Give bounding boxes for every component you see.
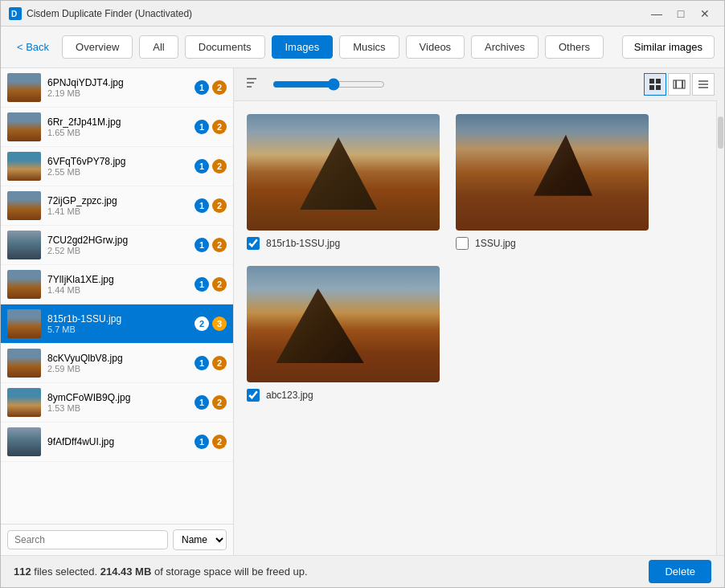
file-thumbnail xyxy=(7,152,41,181)
badge-count2: 2 xyxy=(212,159,227,174)
file-thumbnail xyxy=(7,73,41,102)
grid-icon xyxy=(649,78,662,91)
file-badges: 2 3 xyxy=(195,316,227,331)
file-info: 72ijGP_zpzc.jpg 1.41 MB xyxy=(47,195,188,216)
tab-videos[interactable]: Videos xyxy=(406,35,465,59)
size-slider[interactable] xyxy=(272,78,385,91)
file-info: 8ymCFoWIB9Q.jpg 1.53 MB xyxy=(47,392,188,413)
app-icon: D xyxy=(9,7,22,20)
file-list: 6PNJqiYDJT4.jpg 2.19 MB 1 2 6Rr_2fJp41M.… xyxy=(1,68,233,524)
image-grid: 815r1b-1SSU.jpg 1SSU.jpg xyxy=(234,101,724,555)
image-row: 815r1b-1SSU.jpg 1SSU.jpg xyxy=(247,114,711,250)
view-filmstrip-button[interactable] xyxy=(668,73,690,96)
tab-musics[interactable]: Musics xyxy=(339,35,399,59)
badge-count1: 1 xyxy=(195,356,209,370)
file-badges: 1 2 xyxy=(195,277,227,292)
file-name: 8ymCFoWIB9Q.jpg xyxy=(47,392,188,403)
image-card: 815r1b-1SSU.jpg xyxy=(247,114,440,250)
image-checkbox[interactable] xyxy=(456,237,469,250)
list-item[interactable]: 72ijGP_zpzc.jpg 1.41 MB 1 2 xyxy=(1,186,233,226)
filmstrip-icon xyxy=(673,78,686,91)
delete-button[interactable]: Delete xyxy=(649,560,711,583)
minimize-button[interactable]: — xyxy=(645,2,668,25)
file-name: 7CU2gd2HGrw.jpg xyxy=(47,235,188,246)
file-badges: 1 2 xyxy=(195,80,227,95)
right-panel: 815r1b-1SSU.jpg 1SSU.jpg xyxy=(234,68,724,555)
badge-count1: 1 xyxy=(195,120,209,134)
similar-images-button[interactable]: Similar images xyxy=(622,35,715,59)
file-thumbnail xyxy=(7,112,41,141)
list-item-selected[interactable]: 815r1b-1SSU.jpg 5.7 MB 2 3 xyxy=(1,304,233,344)
badge-count1: 2 xyxy=(195,316,209,331)
list-item[interactable]: 6VFqT6vPY78.jpg 2.55 MB 1 2 xyxy=(1,147,233,186)
app-title: Cisdem Duplicate Finder (Unactivated) xyxy=(27,8,192,19)
file-info: 6Rr_2fJp41M.jpg 1.65 MB xyxy=(47,116,188,137)
file-thumbnail xyxy=(7,270,41,299)
svg-rect-5 xyxy=(649,79,654,84)
title-bar: D Cisdem Duplicate Finder (Unactivated) … xyxy=(1,1,724,27)
checkbox-row: 815r1b-1SSU.jpg xyxy=(247,237,340,250)
tab-archives[interactable]: Archives xyxy=(471,35,539,59)
file-name: 8cKVyuQlbV8.jpg xyxy=(47,353,188,364)
tab-overview[interactable]: Overview xyxy=(62,35,133,59)
list-item[interactable]: 8cKVyuQlbV8.jpg 2.59 MB 1 2 xyxy=(1,344,233,383)
file-size: 1.44 MB xyxy=(47,285,188,295)
list-item[interactable]: 8ymCFoWIB9Q.jpg 1.53 MB 1 2 xyxy=(1,383,233,423)
list-item[interactable]: 6PNJqiYDJT4.jpg 2.19 MB 1 2 xyxy=(1,68,233,108)
svg-rect-6 xyxy=(656,79,661,84)
tab-images[interactable]: Images xyxy=(272,35,334,59)
list-icon xyxy=(697,78,710,91)
back-button[interactable]: < Back xyxy=(10,38,55,56)
image-preview xyxy=(456,114,649,231)
file-name: 6Rr_2fJp41M.jpg xyxy=(47,116,188,128)
file-thumbnail xyxy=(7,427,41,456)
file-thumbnail xyxy=(7,191,41,220)
image-checkbox[interactable] xyxy=(247,389,260,402)
badge-count2: 2 xyxy=(212,356,227,370)
tab-all[interactable]: All xyxy=(139,35,178,59)
list-item[interactable]: 7CU2gd2HGrw.jpg 2.52 MB 1 2 xyxy=(1,226,233,265)
slider-container xyxy=(272,78,636,91)
image-filename: abc123.jpg xyxy=(266,390,313,401)
view-list-button[interactable] xyxy=(692,73,715,96)
badge-count2: 2 xyxy=(212,120,227,134)
file-size: 2.59 MB xyxy=(47,364,188,374)
view-grid-button[interactable] xyxy=(644,73,666,96)
file-size: 1.65 MB xyxy=(47,128,188,137)
svg-rect-10 xyxy=(675,80,677,88)
status-bar: 112 files selected. 214.43 MB of storage… xyxy=(1,555,724,587)
file-name: 9fAfDff4wUI.jpg xyxy=(47,436,188,447)
sort-select[interactable]: Name xyxy=(173,529,227,550)
storage-size: 214.43 MB xyxy=(100,566,152,578)
image-preview xyxy=(247,114,440,231)
file-badges: 1 2 xyxy=(195,159,227,174)
file-badges: 1 2 xyxy=(195,395,227,410)
image-checkbox[interactable] xyxy=(247,237,260,250)
badge-count1: 1 xyxy=(195,80,209,95)
sort-icon-button[interactable] xyxy=(244,76,264,93)
image-row: abc123.jpg xyxy=(247,266,711,402)
list-item[interactable]: 9fAfDff4wUI.jpg 1 2 xyxy=(1,423,233,462)
svg-rect-11 xyxy=(682,80,683,88)
maximize-button[interactable]: □ xyxy=(670,2,692,25)
right-scrollbar[interactable] xyxy=(716,100,724,555)
list-item[interactable]: 7YlIjKla1XE.jpg 1.44 MB 1 2 xyxy=(1,265,233,304)
file-name: 815r1b-1SSU.jpg xyxy=(47,313,188,325)
file-badges: 1 2 xyxy=(195,238,227,252)
badge-count1: 1 xyxy=(195,395,209,410)
status-text: 112 files selected. 214.43 MB of storage… xyxy=(14,566,308,578)
file-info: 6VFqT6vPY78.jpg 2.55 MB xyxy=(47,156,188,177)
image-card: abc123.jpg xyxy=(247,266,440,402)
files-count: 112 xyxy=(14,566,31,578)
tab-others[interactable]: Others xyxy=(545,35,604,59)
image-filename: 1SSU.jpg xyxy=(475,238,516,249)
close-button[interactable]: ✕ xyxy=(694,2,716,25)
sort-icon xyxy=(247,77,261,88)
file-thumbnail xyxy=(7,309,41,338)
badge-count1: 1 xyxy=(195,198,209,213)
search-input[interactable] xyxy=(7,530,168,549)
tab-documents[interactable]: Documents xyxy=(185,35,265,59)
file-size: 2.55 MB xyxy=(47,167,188,177)
checkbox-row: abc123.jpg xyxy=(247,389,313,402)
list-item[interactable]: 6Rr_2fJp41M.jpg 1.65 MB 1 2 xyxy=(1,108,233,147)
